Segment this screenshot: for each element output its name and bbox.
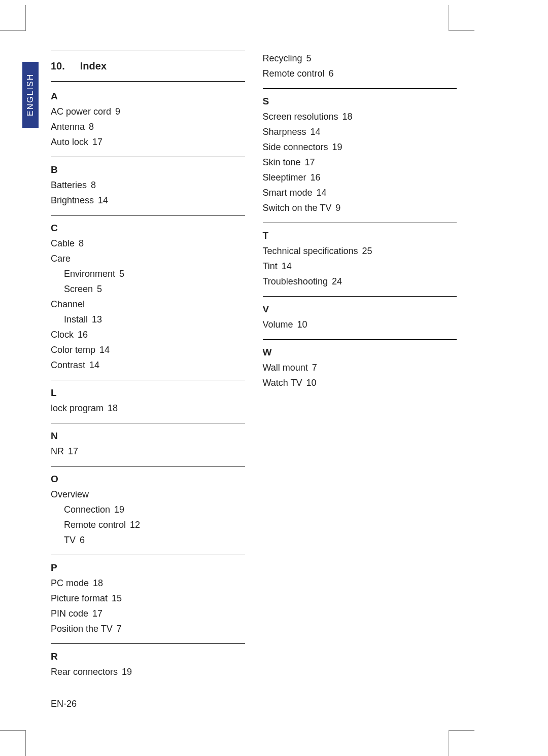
index-page: 14 [317,188,327,198]
index-entry: Remote control12 [51,517,245,532]
index-entry: Smart mode14 [263,185,457,200]
index-group: OOverviewConnection19Remote control12TV6 [51,466,245,548]
index-term: Contrast [51,360,85,370]
index-term: Remote control [64,520,126,530]
index-entry: Cable8 [51,236,245,251]
index-entry: Batteries8 [51,177,245,193]
index-letter: T [263,230,457,241]
index-entry: Side connectors19 [263,139,457,155]
index-group: WWall mount7Watch TV10 [263,339,457,390]
index-entry: Watch TV10 [263,375,457,390]
index-term: Tint [263,261,278,271]
crop-mark-tl [0,5,26,31]
index-letter: L [51,387,245,399]
index-group: AAC power cord9Antenna8Auto lock17 [51,91,245,150]
index-page: 14 [311,127,321,137]
index-entry: Care [51,251,245,266]
index-term: Cable [51,238,75,248]
index-page: 5 [306,53,312,63]
index-term: Smart mode [263,188,313,198]
index-page: 14 [282,261,292,271]
index-page: 12 [130,520,140,530]
index-term: Screen [64,284,93,294]
index-term: Recycling [263,53,302,63]
index-term: PIN code [51,608,88,619]
index-entry: Remote control6 [263,66,457,81]
index-term: lock program [51,403,104,413]
index-term: Sharpness [263,127,306,137]
index-page: 18 [108,403,118,413]
index-term: Environment [64,269,115,279]
language-tab: ENGLISH [22,62,39,128]
index-term: Care [51,254,71,264]
index-entry: Screen resolutions18 [263,109,457,124]
index-group: NNR17 [51,423,245,459]
index-page: 8 [91,180,96,190]
index-page: 17 [92,137,102,147]
index-entry: Antenna8 [51,119,245,134]
index-page: 10 [306,378,317,388]
index-term: Color temp [51,345,95,355]
index-entry: Technical specifications25 [263,243,457,259]
index-page: 6 [80,535,85,545]
index-term: Sleeptimer [263,172,306,183]
index-letter: S [263,96,457,107]
page-number: EN-26 [51,699,77,709]
index-term: TV [64,535,76,545]
index-entry: Overview [51,487,245,502]
index-term: Technical specifications [263,246,358,256]
index-group: CCable8CareEnvironment5Screen5ChannelIns… [51,215,245,373]
index-page: 16 [311,172,321,183]
crop-mark-bl [0,730,26,756]
index-term: Antenna [51,122,85,132]
index-term: Channel [51,299,85,309]
index-page: 6 [329,68,334,79]
index-entry: Rear connectors19 [51,664,245,679]
index-group: PPC mode18Picture format15PIN code17Posi… [51,555,245,636]
index-page: 24 [332,276,342,286]
index-page: 14 [89,360,99,370]
index-page: 19 [332,142,342,152]
index-term: Install [64,314,88,325]
index-left-column: 10.Index AAC power cord9Antenna8Auto loc… [51,51,245,679]
index-term: Skin tone [263,157,301,167]
index-page: 8 [89,122,94,132]
index-entry: Skin tone17 [263,155,457,170]
index-page: 14 [99,345,110,355]
index-page: 25 [362,246,372,256]
index-entry: Sleeptimer16 [263,170,457,185]
index-term: Wall mount [263,363,308,373]
index-entry: Brightness14 [51,193,245,208]
index-entry: Auto lock17 [51,134,245,150]
index-group: SScreen resolutions18Sharpness14Side con… [263,88,457,215]
index-term: Overview [51,489,89,499]
index-term: NR [51,446,64,456]
index-letter: N [51,430,245,442]
index-content: 10.Index AAC power cord9Antenna8Auto loc… [51,51,457,679]
index-term: Remote control [263,68,325,79]
index-term: Watch TV [263,378,302,388]
index-term: Rear connectors [51,667,118,677]
section-heading: 10.Index [51,51,245,82]
index-entry: Color temp14 [51,342,245,357]
index-page: 19 [122,667,132,677]
index-page: 16 [78,330,88,340]
index-entry: lock program18 [51,401,245,416]
index-term: PC mode [51,578,89,588]
index-term: Picture format [51,593,108,603]
crop-mark-br [449,730,474,756]
crop-mark-tr [449,5,474,31]
section-title: Index [80,60,107,71]
index-entry: Environment5 [51,266,245,281]
index-entry: Install13 [51,312,245,327]
index-term: AC power cord [51,106,111,117]
index-page: 17 [68,446,78,456]
index-term: Troubleshooting [263,276,328,286]
index-letter: P [51,562,245,573]
index-entry: AC power cord9 [51,104,245,119]
index-group: VVolume10 [263,296,457,332]
index-entry: Troubleshooting24 [263,274,457,289]
index-right-column: Recycling5Remote control6 SScreen resolu… [263,51,457,679]
index-entry: Volume10 [263,317,457,332]
index-group: TTechnical specifications25Tint14Trouble… [263,223,457,289]
